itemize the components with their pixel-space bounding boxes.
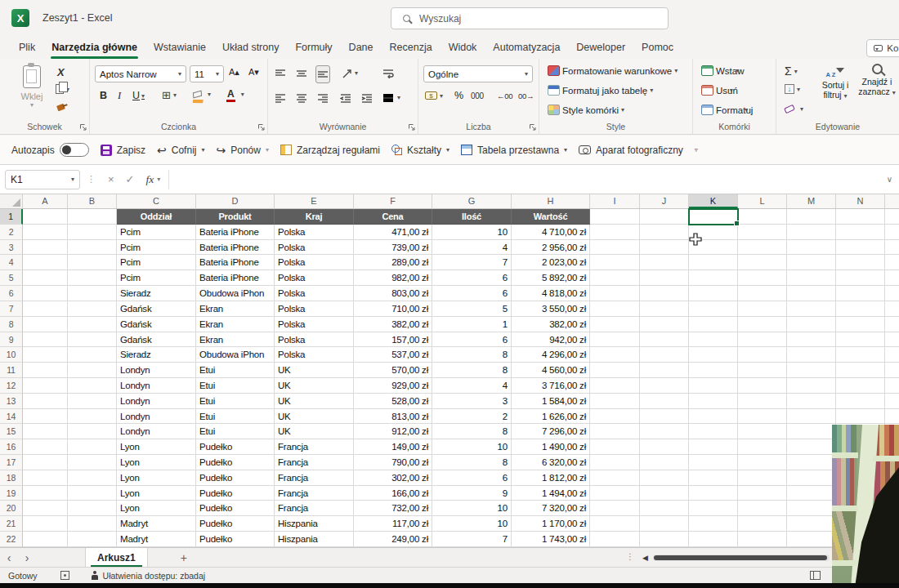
cut-button[interactable]: X	[57, 66, 65, 78]
cell[interactable]	[640, 424, 689, 439]
cell[interactable]	[689, 301, 738, 317]
cell[interactable]	[787, 301, 836, 317]
align-bottom-icon[interactable]	[315, 65, 330, 83]
accessibility-status[interactable]: Ułatwienia dostępu: zbadaj	[103, 571, 206, 581]
save-button[interactable]: Zapisz	[101, 145, 145, 156]
cell[interactable]	[640, 470, 689, 486]
cell[interactable]	[689, 470, 738, 486]
cell[interactable]	[836, 225, 885, 240]
cell[interactable]	[68, 301, 117, 317]
cell-ilosc[interactable]: 10	[432, 501, 512, 516]
cell[interactable]	[68, 317, 117, 332]
tab-automatyzacja[interactable]: Automatyzacja	[485, 38, 567, 59]
cell[interactable]	[787, 240, 836, 256]
cell[interactable]	[787, 286, 836, 301]
cell[interactable]	[738, 486, 787, 501]
cell[interactable]	[68, 225, 117, 240]
cell-kraj[interactable]: Hiszpania	[275, 532, 354, 547]
cell-ilosc[interactable]: 10	[432, 439, 512, 455]
cell-produkt[interactable]: Pudełko	[196, 532, 275, 547]
tab-narzedzia-glowne[interactable]: Narzędzia główne	[44, 38, 145, 59]
cell-kraj[interactable]: Polska	[275, 347, 354, 363]
italic-button[interactable]: I	[118, 90, 121, 102]
row-number[interactable]: 11	[0, 363, 23, 378]
cell-produkt[interactable]: Ekran	[196, 317, 275, 332]
cell-oddzial[interactable]: Londyn	[117, 394, 196, 409]
cell-cena[interactable]: 790,00 zł	[354, 455, 432, 470]
cell[interactable]	[640, 240, 689, 256]
cell-oddzial[interactable]: Lyon	[117, 486, 196, 501]
formula-bar-expand-icon[interactable]: ∨	[887, 175, 892, 184]
tab-recenzja[interactable]: Recenzja	[382, 38, 440, 59]
cell[interactable]	[836, 317, 885, 332]
cell-kraj[interactable]: Polska	[275, 332, 354, 348]
cell-cena[interactable]: 803,00 zł	[354, 286, 432, 301]
cell[interactable]	[836, 240, 885, 256]
sort-filter-button[interactable]: A Z Sortuj ifiltruj ▾	[817, 65, 853, 101]
row-number[interactable]: 19	[0, 486, 23, 501]
cell[interactable]	[68, 332, 117, 348]
cell-cena[interactable]: 471,00 zł	[354, 225, 432, 240]
cell[interactable]	[689, 286, 738, 301]
cell-ilosc[interactable]: 10	[432, 516, 512, 532]
cell-cena[interactable]: 157,00 zł	[354, 332, 432, 348]
column-header[interactable]: M	[787, 194, 836, 208]
cell-oddzial[interactable]: Londyn	[117, 378, 196, 394]
cell-wartosc[interactable]: 4 560,00 zł	[512, 363, 590, 378]
cell-ilosc[interactable]: 6	[432, 332, 512, 348]
orientation-icon[interactable]	[342, 67, 353, 82]
row-number[interactable]: 8	[0, 317, 23, 332]
cell-wartosc[interactable]: 1 626,00 zł	[512, 409, 590, 425]
row-number[interactable]: 9	[0, 332, 23, 348]
cell-kraj[interactable]: Polska	[275, 286, 354, 301]
cell[interactable]	[23, 394, 68, 409]
cell[interactable]	[68, 455, 117, 470]
cell-wartosc[interactable]: 2 956,00 zł	[512, 240, 590, 256]
cell[interactable]	[640, 439, 689, 455]
row-number[interactable]: 18	[0, 470, 23, 486]
conditional-formatting-button[interactable]: Formatowanie warunkowe ▾	[548, 65, 678, 76]
cell[interactable]	[689, 424, 738, 439]
cell[interactable]	[738, 286, 787, 301]
decrease-decimal-button[interactable]: 00→	[518, 91, 534, 100]
camera-button[interactable]: Aparat fotograficzny	[579, 145, 683, 156]
cell[interactable]	[787, 255, 836, 270]
percent-format-button[interactable]: %	[454, 90, 463, 101]
tab-dane[interactable]: Dane	[342, 38, 381, 59]
column-header[interactable]: L	[738, 194, 787, 208]
format-painter-button[interactable]	[57, 105, 65, 110]
cell[interactable]	[68, 255, 117, 270]
cell-kraj[interactable]: Polska	[275, 270, 354, 286]
cell-oddzial[interactable]: Lyon	[117, 470, 196, 486]
sheet-nav-left-icon[interactable]: ‹	[0, 551, 18, 564]
cell[interactable]	[68, 501, 117, 516]
autosave-toggle-group[interactable]: Autozapis	[11, 143, 89, 157]
cell[interactable]	[23, 286, 68, 301]
cell[interactable]	[787, 532, 836, 547]
cell-wartosc[interactable]: 7 296,00 zł	[512, 424, 590, 439]
row-number[interactable]: 17	[0, 455, 23, 470]
cell-oddzial[interactable]: Madryt	[117, 516, 196, 532]
cell[interactable]	[787, 501, 836, 516]
cell[interactable]	[787, 378, 836, 394]
cell-wartosc[interactable]: 7 320,00 zł	[512, 501, 590, 516]
clear-button[interactable]: ▾	[785, 105, 803, 113]
cell-ilosc[interactable]: 2	[432, 409, 512, 425]
cell-wartosc[interactable]: 4 710,00 zł	[512, 225, 590, 240]
cell[interactable]	[68, 363, 117, 378]
cell[interactable]	[590, 516, 640, 532]
column-header[interactable]: F	[354, 194, 432, 208]
pivot-table-button[interactable]: Tabela przestawna ▾	[461, 145, 567, 156]
cell[interactable]	[590, 332, 640, 348]
cell-oddzial[interactable]: Gdańsk	[117, 332, 196, 348]
cell-cena[interactable]: 289,00 zł	[354, 255, 432, 270]
align-middle-icon[interactable]	[296, 67, 307, 82]
cell[interactable]	[738, 301, 787, 317]
bold-button[interactable]: B	[100, 90, 107, 101]
cell[interactable]	[836, 409, 885, 425]
cell-cena[interactable]: 249,00 zł	[354, 532, 432, 547]
cell-ilosc[interactable]: 8	[432, 424, 512, 439]
cell-cena[interactable]: 382,00 zł	[354, 317, 432, 332]
cell[interactable]	[68, 409, 117, 425]
cell[interactable]	[23, 516, 68, 532]
